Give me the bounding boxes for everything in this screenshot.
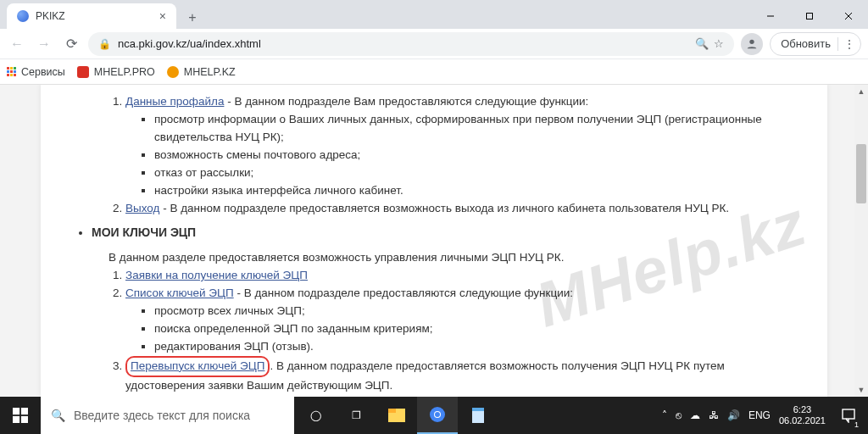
address-bar[interactable]: 🔒 nca.pki.gov.kz/ua/index.xhtml 🔍 ☆	[88, 32, 734, 56]
section-intro: В данном разделе предоставляется возможн…	[108, 249, 802, 267]
list-item: Выход - В данном подразделе предоставляе…	[125, 200, 802, 218]
tab-favicon	[17, 10, 29, 22]
search-placeholder: Введите здесь текст для поиска	[74, 409, 250, 422]
list-item: Перевыпуск ключей ЭЦП. В данном подразде…	[125, 356, 802, 395]
list-item: поиска определенной ЭЦП по заданным крит…	[154, 320, 802, 338]
update-label: Обновить	[781, 37, 831, 50]
list-item: просмотр всех личных ЭЦП;	[154, 303, 802, 320]
svg-rect-10	[388, 409, 396, 413]
bookmark-mhelp-kz[interactable]: MHELP.KZ	[167, 66, 236, 78]
start-button[interactable]	[0, 397, 41, 434]
window-minimize-button[interactable]	[751, 3, 790, 29]
svg-point-4	[749, 39, 754, 43]
svg-point-13	[435, 412, 440, 417]
window-maximize-button[interactable]	[790, 3, 829, 29]
section-heading-my-keys: МОИ КЛЮЧИ ЭЦП	[92, 224, 802, 242]
apps-label: Сервисы	[21, 66, 65, 78]
kebab-menu-icon[interactable]: ⋮	[837, 37, 855, 51]
action-center-icon[interactable]: 1	[834, 397, 863, 434]
new-tab-button[interactable]: +	[181, 7, 203, 29]
task-view-icon[interactable]: ❐	[336, 397, 376, 434]
nav-reload-button[interactable]: ⟳	[61, 34, 81, 54]
chrome-icon[interactable]	[417, 397, 458, 434]
page-viewport: MHelp.kz Данные профайла - В данном подр…	[0, 85, 868, 397]
search-icon: 🔍	[51, 409, 65, 422]
list-item: редактирования ЭЦП (отзыв).	[154, 338, 802, 356]
tray-cloud-icon[interactable]: ☁	[690, 409, 700, 421]
svg-rect-8	[21, 416, 28, 423]
notepad-icon[interactable]	[458, 397, 498, 434]
vertical-scrollbar[interactable]: ▲ ▼	[854, 85, 868, 397]
window-close-button[interactable]	[829, 3, 868, 29]
bookmark-mhelp-pro[interactable]: MHELP.PRO	[77, 66, 155, 78]
list-item: возможность смены почтового адреса;	[154, 147, 802, 164]
svg-rect-15	[472, 408, 484, 411]
highlighted-link-wrapper: Перевыпуск ключей ЭЦП	[125, 356, 270, 377]
list-item: Данные профайла - В данном подразделе Ва…	[125, 93, 802, 200]
apps-shortcut[interactable]: Сервисы	[7, 66, 65, 78]
browser-tab[interactable]: PKIKZ ×	[7, 3, 176, 29]
nav-forward-button[interactable]: →	[34, 34, 54, 54]
url-text: nca.pki.gov.kz/ua/index.xhtml	[118, 37, 261, 50]
nav-back-button[interactable]: ←	[7, 34, 27, 54]
tab-title: PKIKZ	[36, 10, 65, 22]
file-explorer-icon[interactable]	[376, 397, 417, 434]
link-key-reissue[interactable]: Перевыпуск ключей ЭЦП	[131, 359, 264, 372]
zoom-icon[interactable]: 🔍	[695, 37, 709, 50]
scroll-up-icon[interactable]: ▲	[854, 85, 868, 98]
list-item: настройки языка интерфейса личного кабин…	[154, 182, 802, 200]
windows-taskbar: 🔍 Введите здесь текст для поиска ◯ ❐ ˄ ⎋…	[0, 397, 868, 434]
section-bullet: МОИ КЛЮЧИ ЭЦП	[92, 224, 802, 242]
svg-rect-7	[13, 416, 19, 423]
tray-language[interactable]: ENG	[748, 409, 771, 421]
tab-close-icon[interactable]: ×	[159, 9, 166, 23]
list-item: Список ключей ЭЦП - В данном подразделе …	[125, 285, 802, 356]
window-titlebar: PKIKZ × +	[0, 0, 868, 29]
svg-rect-1	[807, 14, 813, 19]
profile-avatar-button[interactable]	[741, 33, 763, 55]
svg-rect-6	[21, 408, 28, 415]
tray-chevron-up-icon[interactable]: ˄	[662, 409, 667, 421]
link-profile-data[interactable]: Данные профайла	[125, 95, 224, 108]
page-content: MHelp.kz Данные профайла - В данном подр…	[41, 85, 827, 397]
tray-app-icon[interactable]: ⎋	[676, 409, 682, 421]
tray-clock[interactable]: 6:23 06.02.2021	[779, 404, 826, 426]
link-key-requests[interactable]: Заявки на получение ключей ЭЦП	[125, 269, 308, 281]
bookmarks-bar: Сервисы MHELP.PRO MHELP.KZ	[0, 59, 868, 85]
scroll-down-icon[interactable]: ▼	[854, 383, 868, 397]
svg-rect-5	[13, 408, 19, 415]
system-tray: ˄ ⎋ ☁ 🖧 🔊 ENG 6:23 06.02.2021 1	[657, 397, 868, 434]
apps-grid-icon	[7, 67, 16, 76]
list-item: просмотр информации о Ваших личных данны…	[154, 111, 802, 147]
list-item: Заявки на получение ключей ЭЦП	[125, 267, 802, 285]
bookmark-favicon	[77, 66, 89, 78]
lock-icon: 🔒	[98, 38, 111, 50]
cortana-icon[interactable]: ◯	[295, 397, 336, 434]
taskbar-search[interactable]: 🔍 Введите здесь текст для поиска	[41, 397, 295, 434]
update-button[interactable]: Обновить ⋮	[770, 32, 861, 56]
browser-toolbar: ← → ⟳ 🔒 nca.pki.gov.kz/ua/index.xhtml 🔍 …	[0, 29, 868, 59]
tray-network-icon[interactable]: 🖧	[709, 409, 719, 421]
link-logout[interactable]: Выход	[125, 202, 159, 214]
list-item: отказ от рассылки;	[154, 164, 802, 182]
scrollbar-thumb[interactable]	[856, 144, 866, 203]
tray-volume-icon[interactable]: 🔊	[727, 409, 740, 421]
link-key-list[interactable]: Список ключей ЭЦП	[125, 287, 234, 299]
bookmark-favicon	[167, 66, 179, 78]
bookmark-star-icon[interactable]: ☆	[714, 37, 724, 50]
svg-rect-16	[843, 409, 854, 419]
